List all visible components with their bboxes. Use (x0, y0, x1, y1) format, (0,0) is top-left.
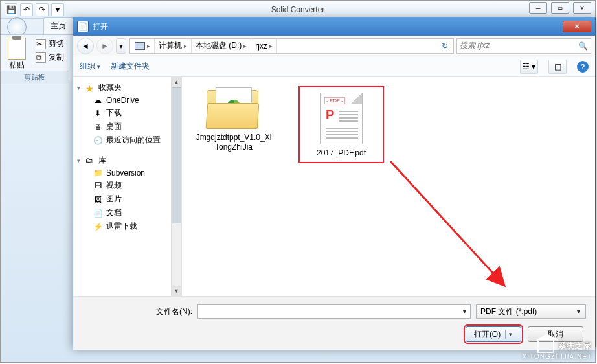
app-title: Solid Converter (271, 5, 325, 14)
library-icon: 🗂 (85, 156, 96, 165)
ribbon-group-label: 剪贴板 (1, 71, 69, 84)
recent-icon: 🕘 (93, 136, 103, 145)
chevron-down-icon[interactable]: ▼ (576, 308, 581, 315)
paste-icon[interactable] (8, 38, 26, 60)
app-titlebar[interactable]: 💾 ↶ ↷ ▾ Solid Converter — ▭ x (1, 1, 595, 19)
copy-icon: ⧉ (36, 52, 46, 63)
nav-history-button[interactable]: ▾ (116, 38, 126, 54)
close-button[interactable]: x (573, 2, 591, 14)
tab-home[interactable]: 主页 (43, 17, 73, 34)
search-placeholder: 搜索 rjxz (460, 40, 490, 51)
scissors-icon: ✂ (36, 39, 46, 49)
computer-icon (135, 42, 145, 50)
dialog-close-button[interactable]: × (563, 21, 591, 32)
copy-button[interactable]: ⧉复制 (34, 51, 67, 63)
folder-large-icon (207, 86, 261, 129)
breadcrumb[interactable]: ▸ 计算机▸ 本地磁盘 (D:)▸ rjxz▸ ↻ (129, 38, 454, 54)
file-pane[interactable]: Jmgqjztdtppt_V1.0_XiTongZhiJia - PDF - P… (182, 77, 595, 296)
refresh-icon[interactable]: ↻ (438, 41, 452, 51)
tree-item-xunlei[interactable]: ⚡迅雷下载 (77, 220, 181, 233)
search-input[interactable]: 搜索 rjxz 🔍 (456, 38, 591, 54)
highlighted-file: - PDF - P 2017_PDF.pdf (298, 86, 384, 163)
file-item-pdf[interactable]: - PDF - P 2017_PDF.pdf (309, 93, 374, 158)
dialog-title: 打开 (93, 21, 108, 32)
nav-back-button[interactable]: ◄ (77, 38, 94, 54)
chevron-down-icon[interactable]: ▼ (462, 308, 467, 315)
tree-libraries[interactable]: ▾🗂库 (77, 154, 181, 167)
ribbon-group-clipboard: 粘贴 ✂剪切 ⧉复制 剪贴板 (1, 35, 69, 81)
thunder-icon: ⚡ (93, 222, 103, 231)
newfolder-button[interactable]: 新建文件夹 (111, 61, 150, 72)
tree-item-desktop[interactable]: 🖥桌面 (77, 120, 181, 133)
folder-icon: 📁 (93, 168, 103, 177)
cut-button[interactable]: ✂剪切 (34, 38, 67, 50)
video-icon: 🎞 (93, 181, 103, 190)
star-icon: ★ (85, 84, 96, 93)
cloud-icon: ☁ (93, 96, 103, 105)
tree-item-onedrive[interactable]: ☁OneDrive (77, 95, 181, 106)
dialog-toolbar: 组织▾ 新建文件夹 ☷ ▾ ◫ ? (73, 56, 595, 77)
open-button[interactable]: 打开(O)▼ (466, 326, 521, 342)
qat-redo-icon[interactable]: ↷ (36, 3, 49, 16)
qat-undo-icon[interactable]: ↶ (20, 3, 33, 16)
scroll-up-icon[interactable]: ▲ (172, 77, 181, 87)
tree-item-recent[interactable]: 🕘最近访问的位置 (77, 133, 181, 147)
tree-item-pictures[interactable]: 🖼图片 (77, 192, 181, 206)
open-dialog: 📄 打开 × ◄ ► ▾ ▸ 计算机▸ 本地磁盘 (D:)▸ rjxz▸ ↻ 搜… (73, 17, 596, 347)
filename-input[interactable]: ▼ (197, 304, 471, 319)
qat-more-icon[interactable]: ▾ (51, 3, 64, 16)
maximize-button[interactable]: ▭ (551, 2, 569, 14)
svg-line-0 (390, 161, 504, 286)
document-icon: 📄 (93, 209, 103, 218)
file-item-folder[interactable]: Jmgqjztdtppt_V1.0_XiTongZhiJia (195, 86, 273, 152)
tree-item-downloads[interactable]: ⬇下载 (77, 106, 181, 120)
search-icon: 🔍 (578, 41, 588, 51)
scroll-down-icon[interactable]: ▼ (172, 286, 181, 296)
preview-pane-button[interactable]: ◫ (548, 60, 567, 74)
tree-scrollbar[interactable]: ▲ ▼ (171, 77, 181, 296)
desktop-icon: 🖥 (93, 122, 103, 131)
pdf-large-icon: - PDF - P (320, 93, 363, 144)
tree-item-videos[interactable]: 🎞视频 (77, 179, 181, 192)
dialog-icon: 📄 (77, 21, 89, 32)
dialog-help-icon[interactable]: ? (577, 61, 589, 73)
filename-label: 文件名(N): (82, 306, 192, 317)
qat-save-icon[interactable]: 💾 (5, 3, 17, 16)
picture-icon: 🖼 (93, 195, 103, 204)
nav-tree[interactable]: ▾★收藏夹 ☁OneDrive ⬇下载 🖥桌面 🕘最近访问的位置 ▾🗂库 📁Su… (73, 77, 182, 296)
dialog-titlebar[interactable]: 📄 打开 × (73, 17, 595, 36)
minimize-button[interactable]: — (529, 2, 547, 14)
paste-label[interactable]: 粘贴 (9, 60, 25, 71)
organize-button[interactable]: 组织▾ (80, 61, 100, 72)
tree-item-subversion[interactable]: 📁Subversion (77, 167, 181, 179)
watermark: 系统之家 XITONGZHIJIA.NET (523, 339, 592, 360)
scroll-thumb[interactable] (172, 87, 181, 223)
dialog-bottom: 文件名(N): ▼ PDF 文件 (*.pdf) ▼ 打开(O)▼ 取消 (73, 296, 595, 350)
dialog-navbar: ◄ ► ▾ ▸ 计算机▸ 本地磁盘 (D:)▸ rjxz▸ ↻ 搜索 rjxz … (73, 36, 595, 56)
tree-item-documents[interactable]: 📄文档 (77, 206, 181, 220)
house-icon (537, 339, 554, 353)
download-icon: ⬇ (93, 109, 103, 118)
filetype-select[interactable]: PDF 文件 (*.pdf) ▼ (476, 304, 586, 319)
nav-forward-button[interactable]: ► (96, 38, 113, 54)
view-mode-button[interactable]: ☷ ▾ (520, 60, 538, 74)
tree-favorites[interactable]: ▾★收藏夹 (77, 81, 181, 95)
